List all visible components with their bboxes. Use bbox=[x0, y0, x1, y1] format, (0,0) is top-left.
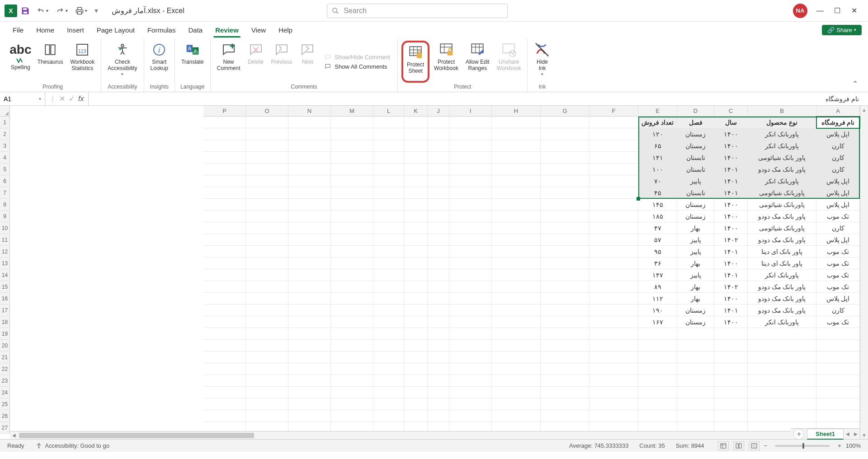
view-page-break-button[interactable] bbox=[749, 441, 760, 450]
cell-G19[interactable] bbox=[541, 328, 590, 340]
cell-O20[interactable] bbox=[246, 340, 288, 351]
cell-A16[interactable]: اپل پلاس bbox=[816, 293, 860, 304]
cell-J12[interactable] bbox=[428, 246, 449, 258]
row-header-5[interactable]: 5 bbox=[0, 164, 10, 175]
cell-L1[interactable] bbox=[373, 117, 404, 128]
cell-E19[interactable] bbox=[638, 328, 677, 340]
cell-P21[interactable] bbox=[203, 351, 246, 363]
cell-E5[interactable]: ۱۰۰ bbox=[638, 164, 677, 175]
cell-E15[interactable]: ۸۹ bbox=[638, 281, 677, 293]
cell-G9[interactable] bbox=[541, 211, 590, 222]
row-header-16[interactable]: 16 bbox=[0, 293, 10, 304]
cell-I4[interactable] bbox=[449, 152, 492, 164]
cell-D6[interactable]: پاییز bbox=[677, 175, 714, 187]
cell-O11[interactable] bbox=[246, 234, 288, 246]
cell-L22[interactable] bbox=[373, 363, 404, 375]
column-header-A[interactable]: A bbox=[816, 106, 860, 117]
cell-B13[interactable]: پاور بانک ای دیتا bbox=[748, 258, 816, 269]
cell-H23[interactable] bbox=[492, 375, 541, 387]
cell-A10[interactable]: کارن bbox=[816, 222, 860, 234]
cell-P24[interactable] bbox=[203, 387, 246, 398]
cell-E13[interactable]: ۳۶ bbox=[638, 258, 677, 269]
row-header-24[interactable]: 24 bbox=[0, 387, 10, 398]
cell-M11[interactable] bbox=[331, 234, 373, 246]
cell-H3[interactable] bbox=[492, 140, 541, 152]
add-sheet-button[interactable]: + bbox=[793, 429, 804, 440]
cell-O8[interactable] bbox=[246, 199, 288, 211]
cell-P2[interactable] bbox=[203, 128, 246, 140]
cell-M20[interactable] bbox=[331, 340, 373, 351]
cell-D9[interactable]: زمستان bbox=[677, 211, 714, 222]
vertical-scrollbar[interactable]: ▲ ▼ bbox=[860, 106, 868, 439]
cell-A26[interactable] bbox=[816, 410, 860, 422]
cell-D18[interactable]: زمستان bbox=[677, 316, 714, 328]
row-headers[interactable]: 1234567891011121314151617181920212223242… bbox=[0, 117, 10, 434]
cell-O15[interactable] bbox=[246, 281, 288, 293]
tab-home[interactable]: Home bbox=[30, 23, 61, 37]
cell-C5[interactable]: ۱۴۰۱ bbox=[714, 164, 748, 175]
cell-F5[interactable] bbox=[590, 164, 638, 175]
cell-C14[interactable]: ۱۴۰۱ bbox=[714, 269, 748, 281]
cell-A19[interactable] bbox=[816, 328, 860, 340]
cell-G10[interactable] bbox=[541, 222, 590, 234]
cell-E18[interactable]: ۱۶۷ bbox=[638, 316, 677, 328]
cell-N20[interactable] bbox=[288, 340, 331, 351]
tab-page-layout[interactable]: Page Layout bbox=[90, 23, 141, 37]
cell-D5[interactable]: تابستان bbox=[677, 164, 714, 175]
cell-P14[interactable] bbox=[203, 269, 246, 281]
cells-area[interactable]: نام فروشگاهنوع محصولسالفصلتعداد فروشاپل … bbox=[10, 117, 860, 431]
row-header-3[interactable]: 3 bbox=[0, 140, 10, 152]
cell-N13[interactable] bbox=[288, 258, 331, 269]
column-header-L[interactable]: L bbox=[373, 106, 404, 117]
cell-B24[interactable] bbox=[748, 387, 816, 398]
workbook-statistics-button[interactable]: 123 Workbook Statistics bbox=[67, 41, 97, 83]
cell-F6[interactable] bbox=[590, 175, 638, 187]
cell-D2[interactable]: زمستان bbox=[677, 128, 714, 140]
cell-O9[interactable] bbox=[246, 211, 288, 222]
cell-A23[interactable] bbox=[816, 375, 860, 387]
cell-G8[interactable] bbox=[541, 199, 590, 211]
cell-M16[interactable] bbox=[331, 293, 373, 304]
cell-J14[interactable] bbox=[428, 269, 449, 281]
tab-help[interactable]: Help bbox=[272, 23, 299, 37]
cell-I25[interactable] bbox=[449, 398, 492, 410]
cell-L6[interactable] bbox=[373, 175, 404, 187]
cell-P19[interactable] bbox=[203, 328, 246, 340]
user-avatar[interactable]: NA bbox=[793, 4, 807, 18]
cell-G3[interactable] bbox=[541, 140, 590, 152]
cell-M21[interactable] bbox=[331, 351, 373, 363]
cell-O4[interactable] bbox=[246, 152, 288, 164]
cell-P15[interactable] bbox=[203, 281, 246, 293]
cell-A7[interactable]: اپل پلاس bbox=[816, 187, 860, 199]
cell-E10[interactable]: ۴۷ bbox=[638, 222, 677, 234]
cell-O26[interactable] bbox=[246, 410, 288, 422]
cell-F10[interactable] bbox=[590, 222, 638, 234]
cell-B12[interactable]: پاور بانک ای دیتا bbox=[748, 246, 816, 258]
cell-D8[interactable]: زمستان bbox=[677, 199, 714, 211]
cell-D7[interactable]: تابستان bbox=[677, 187, 714, 199]
cell-I17[interactable] bbox=[449, 304, 492, 316]
cell-M17[interactable] bbox=[331, 304, 373, 316]
cell-M12[interactable] bbox=[331, 246, 373, 258]
cell-K10[interactable] bbox=[404, 222, 428, 234]
cell-N1[interactable] bbox=[288, 117, 331, 128]
cell-A20[interactable] bbox=[816, 340, 860, 351]
cell-G11[interactable] bbox=[541, 234, 590, 246]
cell-I16[interactable] bbox=[449, 293, 492, 304]
cell-E1[interactable]: تعداد فروش bbox=[638, 117, 677, 128]
tab-review[interactable]: Review bbox=[209, 23, 245, 37]
cell-P26[interactable] bbox=[203, 410, 246, 422]
cell-A11[interactable]: اپل پلاس bbox=[816, 234, 860, 246]
cell-N16[interactable] bbox=[288, 293, 331, 304]
cell-D10[interactable]: بهار bbox=[677, 222, 714, 234]
row-header-27[interactable]: 27 bbox=[0, 422, 10, 434]
cell-P22[interactable] bbox=[203, 363, 246, 375]
cell-L2[interactable] bbox=[373, 128, 404, 140]
cell-B22[interactable] bbox=[748, 363, 816, 375]
cell-O10[interactable] bbox=[246, 222, 288, 234]
cell-J26[interactable] bbox=[428, 410, 449, 422]
cell-L24[interactable] bbox=[373, 387, 404, 398]
cell-D11[interactable]: پاییز bbox=[677, 234, 714, 246]
cell-L17[interactable] bbox=[373, 304, 404, 316]
cell-E2[interactable]: ۱۲۰ bbox=[638, 128, 677, 140]
